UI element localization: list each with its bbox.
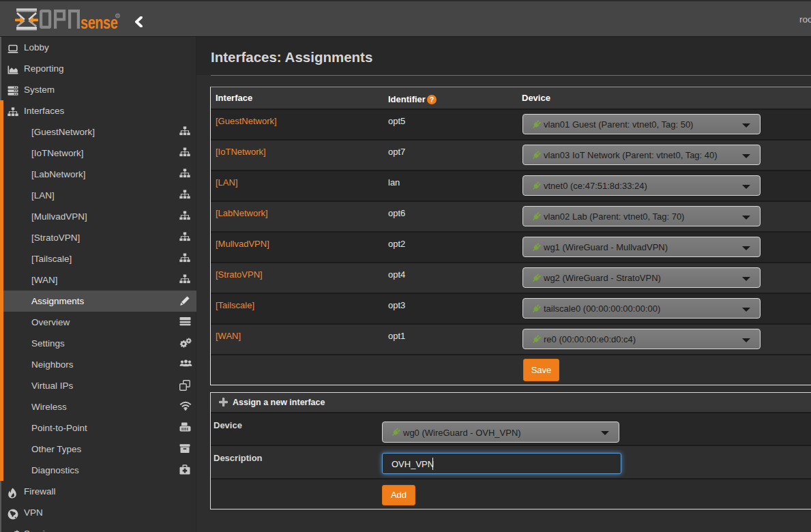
svg-text:R: R: [117, 14, 119, 18]
svg-text:?: ?: [429, 95, 433, 104]
svg-text:sense: sense: [80, 12, 118, 32]
